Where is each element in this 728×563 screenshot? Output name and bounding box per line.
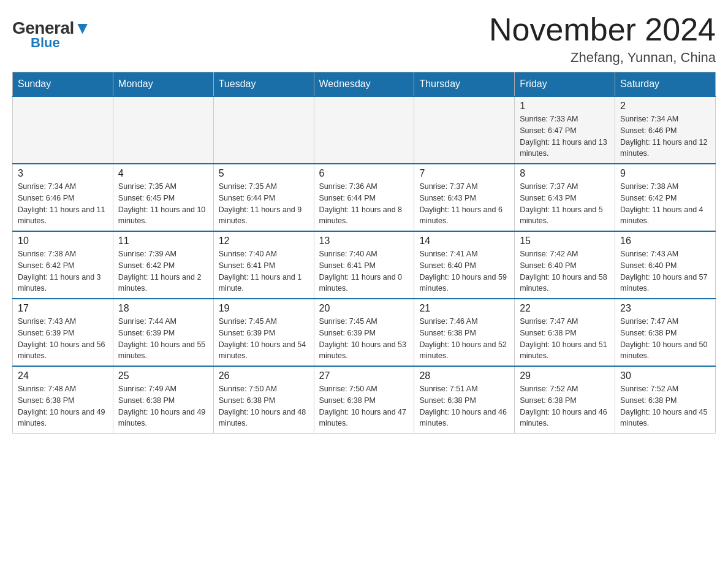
- calendar-cell: 24Sunrise: 7:48 AMSunset: 6:38 PMDayligh…: [13, 366, 113, 434]
- day-info: Sunrise: 7:34 AMSunset: 6:46 PMDaylight:…: [620, 113, 710, 159]
- day-info: Sunrise: 7:35 AMSunset: 6:45 PMDaylight:…: [118, 181, 208, 227]
- day-info: Sunrise: 7:47 AMSunset: 6:38 PMDaylight:…: [520, 316, 610, 362]
- day-number: 20: [319, 303, 409, 314]
- calendar-week-row: 24Sunrise: 7:48 AMSunset: 6:38 PMDayligh…: [13, 366, 716, 434]
- day-number: 7: [419, 168, 509, 179]
- calendar-cell: [414, 96, 515, 164]
- day-number: 22: [520, 303, 610, 314]
- calendar-cell: 20Sunrise: 7:45 AMSunset: 6:39 PMDayligh…: [314, 299, 414, 366]
- day-info: Sunrise: 7:44 AMSunset: 6:39 PMDaylight:…: [118, 316, 208, 362]
- day-info: Sunrise: 7:52 AMSunset: 6:38 PMDaylight:…: [620, 383, 710, 429]
- calendar-week-row: 1Sunrise: 7:33 AMSunset: 6:47 PMDaylight…: [13, 96, 716, 164]
- day-number: 13: [319, 236, 409, 247]
- day-info: Sunrise: 7:33 AMSunset: 6:47 PMDaylight:…: [520, 113, 610, 159]
- column-header-tuesday: Tuesday: [213, 72, 314, 97]
- calendar-cell: 27Sunrise: 7:50 AMSunset: 6:38 PMDayligh…: [314, 366, 414, 434]
- calendar-cell: 25Sunrise: 7:49 AMSunset: 6:38 PMDayligh…: [113, 366, 213, 434]
- calendar-title: November 2024: [489, 12, 716, 47]
- calendar-cell: 28Sunrise: 7:51 AMSunset: 6:38 PMDayligh…: [414, 366, 515, 434]
- column-header-wednesday: Wednesday: [314, 72, 414, 97]
- day-info: Sunrise: 7:38 AMSunset: 6:42 PMDaylight:…: [620, 181, 710, 227]
- calendar-cell: 21Sunrise: 7:46 AMSunset: 6:38 PMDayligh…: [414, 299, 515, 366]
- day-number: 26: [219, 370, 309, 381]
- day-number: 15: [520, 236, 610, 247]
- calendar-cell: 12Sunrise: 7:40 AMSunset: 6:41 PMDayligh…: [213, 231, 314, 299]
- day-number: 4: [118, 168, 208, 179]
- calendar-cell: 8Sunrise: 7:37 AMSunset: 6:43 PMDaylight…: [515, 164, 615, 231]
- calendar-cell: 9Sunrise: 7:38 AMSunset: 6:42 PMDaylight…: [615, 164, 716, 231]
- calendar-cell: 22Sunrise: 7:47 AMSunset: 6:38 PMDayligh…: [515, 299, 615, 366]
- calendar-subtitle: Zhefang, Yunnan, China: [489, 50, 716, 66]
- calendar-week-row: 17Sunrise: 7:43 AMSunset: 6:39 PMDayligh…: [13, 299, 716, 366]
- day-number: 28: [419, 370, 509, 381]
- calendar-cell: 19Sunrise: 7:45 AMSunset: 6:39 PMDayligh…: [213, 299, 314, 366]
- calendar-cell: 14Sunrise: 7:41 AMSunset: 6:40 PMDayligh…: [414, 231, 515, 299]
- day-info: Sunrise: 7:38 AMSunset: 6:42 PMDaylight:…: [18, 248, 108, 294]
- calendar-cell: 17Sunrise: 7:43 AMSunset: 6:39 PMDayligh…: [13, 299, 113, 366]
- calendar-cell: 13Sunrise: 7:40 AMSunset: 6:41 PMDayligh…: [314, 231, 414, 299]
- calendar-cell: 5Sunrise: 7:35 AMSunset: 6:44 PMDaylight…: [213, 164, 314, 231]
- calendar-table: SundayMondayTuesdayWednesdayThursdayFrid…: [12, 72, 716, 434]
- day-number: 9: [620, 168, 710, 179]
- day-number: 8: [520, 168, 610, 179]
- day-info: Sunrise: 7:49 AMSunset: 6:38 PMDaylight:…: [118, 383, 208, 429]
- calendar-week-row: 3Sunrise: 7:34 AMSunset: 6:46 PMDaylight…: [13, 164, 716, 231]
- day-number: 21: [419, 303, 509, 314]
- day-info: Sunrise: 7:34 AMSunset: 6:46 PMDaylight:…: [18, 181, 108, 227]
- day-number: 2: [620, 101, 710, 112]
- calendar-cell: [113, 96, 213, 164]
- day-number: 12: [219, 236, 309, 247]
- day-number: 16: [620, 236, 710, 247]
- calendar-cell: 4Sunrise: 7:35 AMSunset: 6:45 PMDaylight…: [113, 164, 213, 231]
- day-number: 6: [319, 168, 409, 179]
- title-block: November 2024 Zhefang, Yunnan, China: [489, 12, 716, 66]
- calendar-cell: 2Sunrise: 7:34 AMSunset: 6:46 PMDaylight…: [615, 96, 716, 164]
- logo: General▼ Blue: [12, 12, 91, 51]
- calendar-cell: 23Sunrise: 7:47 AMSunset: 6:38 PMDayligh…: [615, 299, 716, 366]
- column-header-thursday: Thursday: [414, 72, 515, 97]
- day-info: Sunrise: 7:48 AMSunset: 6:38 PMDaylight:…: [18, 383, 108, 429]
- day-info: Sunrise: 7:41 AMSunset: 6:40 PMDaylight:…: [419, 248, 509, 294]
- day-info: Sunrise: 7:46 AMSunset: 6:38 PMDaylight:…: [419, 316, 509, 362]
- calendar-header-row: SundayMondayTuesdayWednesdayThursdayFrid…: [13, 72, 716, 97]
- day-number: 17: [18, 303, 108, 314]
- day-number: 14: [419, 236, 509, 247]
- day-number: 18: [118, 303, 208, 314]
- calendar-cell: 10Sunrise: 7:38 AMSunset: 6:42 PMDayligh…: [13, 231, 113, 299]
- calendar-cell: 1Sunrise: 7:33 AMSunset: 6:47 PMDaylight…: [515, 96, 615, 164]
- calendar-cell: [13, 96, 113, 164]
- calendar-cell: 29Sunrise: 7:52 AMSunset: 6:38 PMDayligh…: [515, 366, 615, 434]
- day-info: Sunrise: 7:43 AMSunset: 6:39 PMDaylight:…: [18, 316, 108, 362]
- day-info: Sunrise: 7:39 AMSunset: 6:42 PMDaylight:…: [118, 248, 208, 294]
- day-info: Sunrise: 7:37 AMSunset: 6:43 PMDaylight:…: [520, 181, 610, 227]
- calendar-cell: 7Sunrise: 7:37 AMSunset: 6:43 PMDaylight…: [414, 164, 515, 231]
- day-info: Sunrise: 7:51 AMSunset: 6:38 PMDaylight:…: [419, 383, 509, 429]
- calendar-cell: 11Sunrise: 7:39 AMSunset: 6:42 PMDayligh…: [113, 231, 213, 299]
- calendar-cell: 26Sunrise: 7:50 AMSunset: 6:38 PMDayligh…: [213, 366, 314, 434]
- day-number: 27: [319, 370, 409, 381]
- day-number: 11: [118, 236, 208, 247]
- day-info: Sunrise: 7:40 AMSunset: 6:41 PMDaylight:…: [219, 248, 309, 294]
- day-info: Sunrise: 7:52 AMSunset: 6:38 PMDaylight:…: [520, 383, 610, 429]
- calendar-cell: 15Sunrise: 7:42 AMSunset: 6:40 PMDayligh…: [515, 231, 615, 299]
- day-number: 3: [18, 168, 108, 179]
- day-info: Sunrise: 7:43 AMSunset: 6:40 PMDaylight:…: [620, 248, 710, 294]
- day-info: Sunrise: 7:50 AMSunset: 6:38 PMDaylight:…: [219, 383, 309, 429]
- day-number: 23: [620, 303, 710, 314]
- day-info: Sunrise: 7:40 AMSunset: 6:41 PMDaylight:…: [319, 248, 409, 294]
- day-number: 19: [219, 303, 309, 314]
- calendar-cell: 6Sunrise: 7:36 AMSunset: 6:44 PMDaylight…: [314, 164, 414, 231]
- calendar-cell: 30Sunrise: 7:52 AMSunset: 6:38 PMDayligh…: [615, 366, 716, 434]
- day-number: 10: [18, 236, 108, 247]
- day-info: Sunrise: 7:42 AMSunset: 6:40 PMDaylight:…: [520, 248, 610, 294]
- day-info: Sunrise: 7:45 AMSunset: 6:39 PMDaylight:…: [219, 316, 309, 362]
- calendar-cell: 16Sunrise: 7:43 AMSunset: 6:40 PMDayligh…: [615, 231, 716, 299]
- calendar-cell: [213, 96, 314, 164]
- column-header-saturday: Saturday: [615, 72, 716, 97]
- logo-blue-text: Blue: [31, 35, 60, 51]
- day-info: Sunrise: 7:50 AMSunset: 6:38 PMDaylight:…: [319, 383, 409, 429]
- day-info: Sunrise: 7:35 AMSunset: 6:44 PMDaylight:…: [219, 181, 309, 227]
- day-number: 24: [18, 370, 108, 381]
- logo-triangle-icon: ▼: [74, 18, 91, 37]
- calendar-week-row: 10Sunrise: 7:38 AMSunset: 6:42 PMDayligh…: [13, 231, 716, 299]
